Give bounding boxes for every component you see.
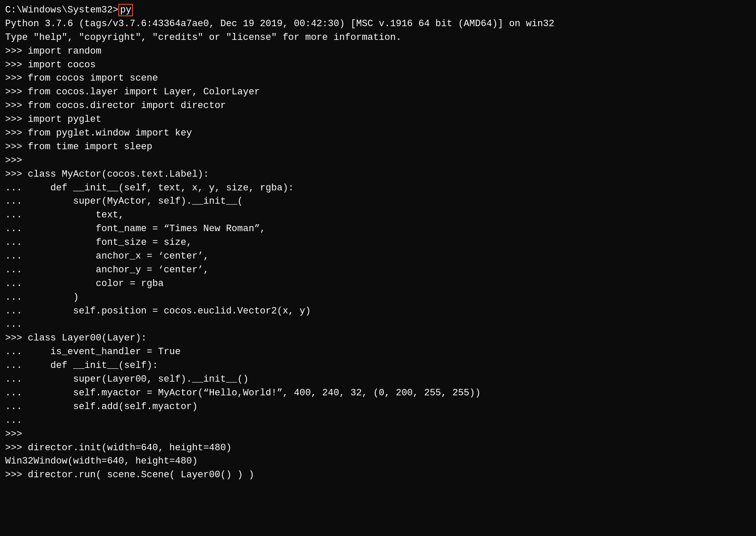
close-paren-line: ... ) xyxy=(5,291,751,304)
font-name-line: ... font_name = “Times New Roman”, xyxy=(5,222,751,236)
def-init2-line: ... def __init__(self): xyxy=(5,359,751,373)
blank3-line: ... xyxy=(5,414,751,428)
anchor-y-line: ... anchor_y = ‘center’, xyxy=(5,263,751,277)
font-size-line: ... font_size = size, xyxy=(5,236,751,250)
import-pyglet-line: >>> import pyglet xyxy=(5,113,751,126)
import-cocos-line: >>> import cocos xyxy=(5,58,751,72)
python-help-line: Type "help", "copyright", "credits" or "… xyxy=(5,31,751,45)
text-param-line: ... text, xyxy=(5,208,751,222)
python-version-line: Python 3.7.6 (tags/v3.7.6:43364a7ae0, De… xyxy=(5,17,751,31)
from-cocos-scene-line: >>> from cocos import scene xyxy=(5,72,751,85)
def-init-line: ... def __init__(self, text, x, y, size,… xyxy=(5,181,751,195)
from-pyglet-window-line: >>> from pyglet.window import key xyxy=(5,126,751,140)
win32window-line: Win32Window(width=640, height=480) xyxy=(5,455,751,468)
class-myactor-line: >>> class MyActor(cocos.text.Label): xyxy=(5,168,751,181)
cmd-input-highlight: py xyxy=(118,4,133,16)
cmd-path: C:\Windows\System32> xyxy=(5,5,118,15)
from-cocos-layer-line: >>> from cocos.layer import Layer, Color… xyxy=(5,85,751,99)
blank1-line: >>> xyxy=(5,154,751,168)
blank2-line: ... xyxy=(5,318,751,331)
director-run-line: >>> director.run( scene.Scene( Layer00()… xyxy=(5,468,751,482)
is-event-handler-line: ... is_event_handler = True xyxy=(5,345,751,359)
from-time-sleep-line: >>> from time import sleep xyxy=(5,140,751,154)
import-random-line: >>> import random xyxy=(5,45,751,58)
director-init-line: >>> director.init(width=640, height=480) xyxy=(5,441,751,455)
cmd-prompt-line: C:\Windows\System32>py xyxy=(5,3,751,17)
terminal-window: C:\Windows\System32>py Python 3.7.6 (tag… xyxy=(5,3,751,482)
super-layer00-line: ... super(Layer00, self).__init__() xyxy=(5,373,751,386)
color-param-line: ... color = rgba xyxy=(5,277,751,291)
self-myactor-line: ... self.myactor = MyActor(“Hello,World!… xyxy=(5,386,751,400)
blank4-line: >>> xyxy=(5,428,751,441)
self-position-line: ... self.position = cocos.euclid.Vector2… xyxy=(5,304,751,318)
anchor-x-line: ... anchor_x = ‘center’, xyxy=(5,250,751,263)
super-myactor-line: ... super(MyActor, self).__init__( xyxy=(5,195,751,208)
from-cocos-director-line: >>> from cocos.director import director xyxy=(5,99,751,113)
class-layer00-line: >>> class Layer00(Layer): xyxy=(5,331,751,345)
self-add-line: ... self.add(self.myactor) xyxy=(5,400,751,414)
